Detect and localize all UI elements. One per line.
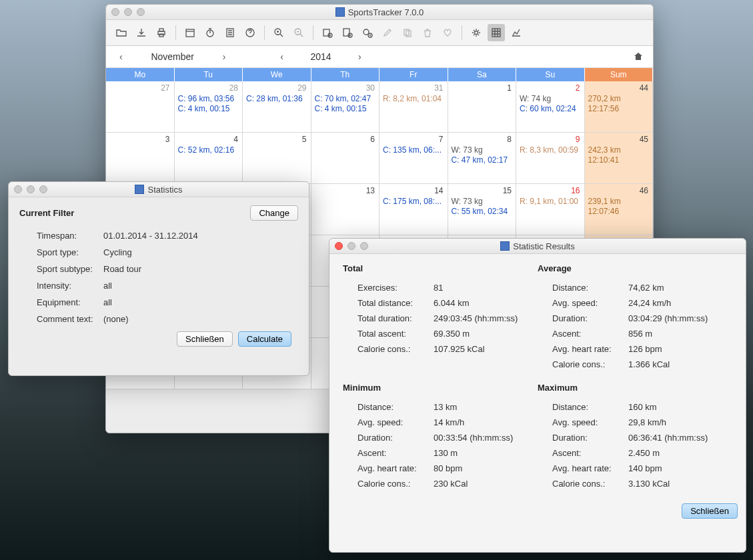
minimize-icon[interactable] — [347, 242, 355, 250]
zoom-out-icon[interactable] — [290, 24, 307, 41]
dayhead-th: Th — [311, 68, 380, 81]
add-note-icon[interactable] — [339, 24, 356, 41]
cal-cell[interactable]: 5 — [243, 133, 311, 183]
stat-label: Avg. heart rate: — [552, 344, 628, 354]
cal-cell[interactable]: 15W: 73 kgC: 55 km, 02:34 — [448, 184, 517, 235]
dayhead-mo: Mo — [106, 68, 175, 81]
titlebar: Statistics — [9, 182, 309, 197]
cal-cell[interactable]: 7C: 135 km, 06:... — [380, 133, 448, 183]
close-icon[interactable] — [14, 185, 22, 193]
cal-cell[interactable]: 2W: 74 kgC: 60 km, 02:24 — [516, 81, 585, 132]
stat-value: 107.925 kCal — [434, 344, 485, 354]
help-icon[interactable] — [241, 24, 259, 41]
dayhead-tu: Tu — [175, 68, 243, 81]
stat-row: Calorie cons.:230 kCal — [343, 476, 538, 491]
zoom-icon[interactable] — [39, 185, 47, 193]
stat-row: Ascent:130 m — [343, 445, 538, 461]
calendar-view-icon[interactable] — [488, 24, 505, 41]
svg-point-17 — [475, 31, 478, 35]
month-nav: ‹ November › ‹ 2014 › — [106, 46, 653, 68]
close-icon[interactable] — [335, 242, 343, 250]
stat-label: Duration: — [552, 313, 628, 323]
dayhead-fr: Fr — [380, 68, 448, 81]
calendar-icon[interactable] — [181, 24, 199, 41]
svg-rect-3 — [186, 29, 194, 37]
heart-icon[interactable] — [439, 24, 456, 41]
stat-value: 1.366 kCal — [628, 359, 670, 369]
cal-cell[interactable]: 6 — [311, 133, 380, 183]
svg-rect-18 — [492, 29, 500, 37]
next-year-button[interactable]: › — [354, 50, 365, 63]
gear-icon[interactable] — [468, 24, 485, 41]
stat-row: Avg. speed:14 km/h — [343, 415, 538, 430]
print-icon[interactable] — [153, 24, 170, 41]
add-exercise-icon[interactable] — [319, 24, 336, 41]
stat-label: Calorie cons.: — [552, 359, 628, 369]
cal-cell[interactable]: 30C: 70 km, 02:47C: 4 km, 00:15 — [311, 81, 380, 132]
filter-value: (none) — [103, 314, 129, 324]
stat-row: Avg. heart rate:140 bpm — [538, 461, 732, 476]
cal-sum-cell: 45242,3 km12:10:41 — [585, 133, 654, 183]
zoom-icon[interactable] — [360, 242, 368, 250]
cal-cell[interactable]: 29C: 28 km, 01:36 — [243, 81, 311, 132]
copy-icon[interactable] — [399, 24, 416, 41]
stat-value: 06:36:41 (hh:mm:ss) — [628, 433, 708, 443]
cal-sum-cell: 46239,1 km12:07:46 — [585, 184, 654, 235]
document-icon[interactable] — [221, 24, 239, 41]
cal-cell[interactable]: 16R: 9,1 km, 01:00 — [516, 184, 585, 235]
open-icon[interactable] — [113, 24, 130, 41]
cal-cell[interactable]: 1 — [448, 81, 517, 132]
stat-row: Avg. speed:29,8 km/h — [538, 415, 732, 430]
stat-label: Avg. speed: — [552, 417, 628, 427]
delete-icon[interactable] — [419, 24, 436, 41]
svg-rect-1 — [159, 29, 163, 31]
stopwatch-icon[interactable] — [201, 24, 219, 41]
dayhead-su: Su — [516, 68, 585, 81]
cal-cell[interactable]: 3 — [106, 133, 175, 183]
section-head-minimum: Minimum — [343, 383, 538, 393]
next-month-button[interactable]: › — [219, 50, 230, 63]
calculate-button[interactable]: Calculate — [238, 331, 291, 347]
stat-value: 69.350 m — [434, 329, 470, 339]
cal-cell[interactable]: 31R: 8,2 km, 01:04 — [380, 81, 448, 132]
stat-label: Calorie cons.: — [357, 344, 434, 354]
close-icon[interactable] — [111, 8, 119, 16]
close-button[interactable]: Schließen — [177, 331, 233, 347]
change-button[interactable]: Change — [250, 205, 298, 221]
filter-label: Equipment: — [37, 297, 103, 307]
cal-cell[interactable]: 28C: 96 km, 03:56C: 4 km, 00:15 — [175, 81, 243, 132]
home-icon[interactable] — [633, 51, 644, 62]
stat-row: Duration:00:33:54 (hh:mm:ss) — [343, 430, 538, 445]
prev-year-button[interactable]: ‹ — [276, 50, 287, 63]
zoom-icon[interactable] — [137, 8, 145, 16]
stat-value: 160 km — [628, 402, 657, 412]
filter-row: Sport subtype:Road tour — [19, 261, 298, 277]
stat-row: Distance:13 km — [343, 399, 538, 415]
minimize-icon[interactable] — [27, 185, 35, 193]
close-button[interactable]: Schließen — [682, 503, 738, 519]
zoom-in-icon[interactable] — [270, 24, 287, 41]
month-label: November — [147, 51, 199, 62]
filter-row: Equipment:all — [19, 294, 298, 311]
stat-label: Avg. heart rate: — [552, 463, 628, 473]
filter-value: all — [103, 297, 112, 307]
cal-cell[interactable]: 4C: 52 km, 02:16 — [175, 133, 243, 183]
cal-cell[interactable]: 9R: 8,3 km, 00:59 — [516, 133, 585, 183]
stat-value: 74,62 km — [628, 283, 664, 293]
cal-cell[interactable]: 14C: 175 km, 08:... — [380, 184, 448, 235]
cal-cell[interactable]: 13 — [311, 184, 380, 235]
save-icon[interactable] — [133, 24, 150, 41]
stat-value: 81 — [434, 283, 443, 293]
edit-icon[interactable] — [379, 24, 396, 41]
prev-month-button[interactable]: ‹ — [115, 50, 127, 63]
stat-label: Distance: — [552, 283, 628, 293]
cal-cell[interactable]: 8W: 73 kgC: 47 km, 02:17 — [448, 133, 517, 183]
section-head-average: Average — [538, 263, 732, 273]
minimize-icon[interactable] — [124, 8, 132, 16]
chart-view-icon[interactable] — [508, 24, 525, 41]
add-weight-icon[interactable] — [359, 24, 376, 41]
stat-row: Total duration:249:03:45 (hh:mm:ss) — [343, 311, 538, 326]
cal-cell[interactable]: 27 — [106, 81, 175, 132]
filter-row: Sport type:Cycling — [19, 244, 298, 261]
window-title: Statistic Results — [329, 241, 746, 251]
